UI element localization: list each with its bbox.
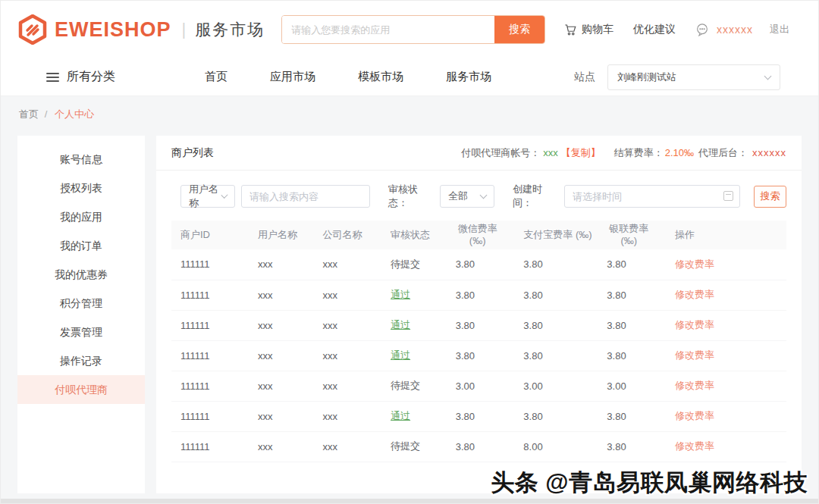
keyword-input[interactable] <box>241 185 370 208</box>
nav-item-app-market[interactable]: 应用市场 <box>270 70 315 84</box>
sidebar-item-fubei-agent[interactable]: 付呗代理商 <box>17 375 145 404</box>
nav-item-home[interactable]: 首页 <box>205 70 228 84</box>
cell-company-name: xxx <box>313 371 381 401</box>
cell-user-name: xxx <box>249 371 314 401</box>
field-select[interactable]: 用户名称 <box>180 185 235 208</box>
main-nav: 所有分类 首页 应用市场 模板市场 服务市场 站点 刘峰刚测试站 <box>1 58 818 96</box>
calendar-icon[interactable] <box>723 191 733 201</box>
sidebar-item-account-info[interactable]: 账号信息 <box>17 145 145 174</box>
modify-rate-link[interactable]: 修改费率 <box>675 258 714 270</box>
table-row: 111111 xxx xxx 待提交 3.80 8.00 3.80 修改费率 <box>171 431 786 462</box>
nav-menu: 首页 应用市场 模板市场 服务市场 <box>205 70 491 84</box>
sidebar-item-auth-list[interactable]: 授权列表 <box>17 174 145 202</box>
cell-alipay-rate: 3.80 <box>514 280 598 310</box>
modify-rate-link[interactable]: 修改费率 <box>675 440 714 452</box>
cell-wechat-rate: 3.80 <box>447 280 515 310</box>
cell-alipay-rate: 3.80 <box>514 340 598 371</box>
message-bubble-icon[interactable] <box>695 23 709 36</box>
logout-link[interactable]: 退出 <box>770 23 789 36</box>
nav-item-service-market[interactable]: 服务市场 <box>446 70 491 84</box>
site-select[interactable]: 刘峰刚测试站 <box>607 64 780 90</box>
username-link[interactable]: xxxxxx <box>717 23 753 36</box>
sidebar-item-my-coupons[interactable]: 我的优惠券 <box>17 260 145 289</box>
merchant-panel: 商户列表 付呗代理商帐号： xxx 【复制】 结算费率： 2.10‰ 代理后台：… <box>156 136 802 493</box>
cell-unionpay-rate: 3.00 <box>598 371 666 401</box>
cell-company-name: xxx <box>313 340 381 371</box>
cell-wechat-rate: 3.80 <box>447 249 515 280</box>
date-input[interactable] <box>564 185 740 208</box>
breadcrumb-home[interactable]: 首页 <box>19 108 39 120</box>
hamburger-icon <box>46 70 59 84</box>
status-text[interactable]: 通过 <box>391 349 410 361</box>
search-button[interactable]: 搜索 <box>494 16 544 43</box>
search-input[interactable] <box>282 16 494 43</box>
modify-rate-link[interactable]: 修改费率 <box>675 289 714 300</box>
col-company-name: 公司名称 <box>313 221 381 249</box>
cell-alipay-rate: 3.00 <box>514 371 598 401</box>
cell-user-name: xxx <box>249 431 314 462</box>
cell-merchant-id: 111111 <box>171 280 249 310</box>
status-text: 待提交 <box>391 380 420 391</box>
col-merchant-id: 商户ID <box>171 221 249 249</box>
cell-company-name: xxx <box>313 431 381 462</box>
agent-info: 付呗代理商帐号： xxx 【复制】 结算费率： 2.10‰ 代理后台： xxxx… <box>461 146 786 160</box>
brand-wordmark: EWEISHOP <box>55 18 171 42</box>
cell-company-name: xxx <box>313 401 381 431</box>
panel-title: 商户列表 <box>171 146 214 160</box>
cell-wechat-rate: 3.80 <box>447 401 515 431</box>
sidebar-item-operation-log[interactable]: 操作记录 <box>17 346 145 375</box>
status-text: 待提交 <box>391 258 420 270</box>
cell-wechat-rate: 3.80 <box>447 340 515 371</box>
status-text: 待提交 <box>391 440 420 452</box>
status-text[interactable]: 通过 <box>391 319 410 330</box>
modify-rate-link[interactable]: 修改费率 <box>675 410 714 421</box>
breadcrumb-separator: / <box>45 108 48 120</box>
table-row: 111111 xxx xxx 通过 3.80 3.80 3.80 修改费率 <box>171 280 786 310</box>
time-filter-label: 创建时间： <box>513 183 557 210</box>
cell-company-name: xxx <box>313 280 381 310</box>
agent-account-value: xxx <box>543 147 558 158</box>
cell-wechat-rate: 3.80 <box>447 310 515 340</box>
panel-header: 商户列表 付呗代理商帐号： xxx 【复制】 结算费率： 2.10‰ 代理后台：… <box>156 136 802 171</box>
sidebar-item-my-apps[interactable]: 我的应用 <box>17 202 145 231</box>
cell-user-name: xxx <box>249 401 314 431</box>
suggest-link[interactable]: 优化建议 <box>633 23 676 36</box>
status-select[interactable]: 全部 <box>440 185 494 208</box>
agent-backend-label: 代理后台： <box>698 146 748 160</box>
page-bottom-edge <box>1 499 818 503</box>
table-row: 111111 xxx xxx 通过 3.80 3.80 3.80 修改费率 <box>171 401 786 431</box>
cell-alipay-rate: 3.80 <box>514 310 598 340</box>
agent-account-label: 付呗代理商帐号： <box>461 146 540 160</box>
sidebar-item-invoices[interactable]: 发票管理 <box>17 318 145 346</box>
cell-unionpay-rate: 3.80 <box>598 401 666 431</box>
sidebar: 账号信息 授权列表 我的应用 我的订单 我的优惠券 积分管理 发票管理 操作记录… <box>17 136 145 493</box>
settle-rate-label: 结算费率： <box>614 146 664 160</box>
modify-rate-link[interactable]: 修改费率 <box>675 380 714 391</box>
all-categories-button[interactable]: 所有分类 <box>46 69 115 85</box>
table-row: 111111 xxx xxx 待提交 3.00 3.00 3.00 修改费率 <box>171 371 786 401</box>
page: EWEISHOP | 服务市场 搜索 购物车 优化建议 <box>0 0 819 504</box>
modify-rate-link[interactable]: 修改费率 <box>675 349 714 361</box>
copy-button[interactable]: 【复制】 <box>561 146 601 160</box>
cell-merchant-id: 111111 <box>171 249 249 280</box>
modify-rate-link[interactable]: 修改费率 <box>675 319 714 330</box>
cart-link[interactable]: 购物车 <box>563 23 613 36</box>
status-text[interactable]: 通过 <box>391 410 410 421</box>
agent-backend-value[interactable]: xxxxxx <box>752 147 786 158</box>
status-text[interactable]: 通过 <box>391 289 410 300</box>
sidebar-item-my-orders[interactable]: 我的订单 <box>17 231 145 260</box>
breadcrumb-current[interactable]: 个人中心 <box>55 108 94 120</box>
date-picker <box>564 185 740 208</box>
header-actions: 购物车 优化建议 xxxxxx 退出 <box>563 23 789 36</box>
cell-unionpay-rate: 3.80 <box>598 431 666 462</box>
cart-icon <box>563 23 577 36</box>
brand-logo[interactable]: EWEISHOP | 服务市场 <box>17 14 265 45</box>
col-wechat-rate: 微信费率 (‰) <box>447 221 515 249</box>
nav-item-template-market[interactable]: 模板市场 <box>358 70 403 84</box>
chevron-down-icon <box>764 72 772 80</box>
chevron-down-icon <box>479 192 487 199</box>
cell-merchant-id: 111111 <box>171 310 249 340</box>
toutiao-watermark: 头条 @青岛易联凤巢网络科技 <box>491 467 808 499</box>
sidebar-item-points[interactable]: 积分管理 <box>17 289 145 318</box>
filter-search-button[interactable]: 搜索 <box>754 186 786 208</box>
